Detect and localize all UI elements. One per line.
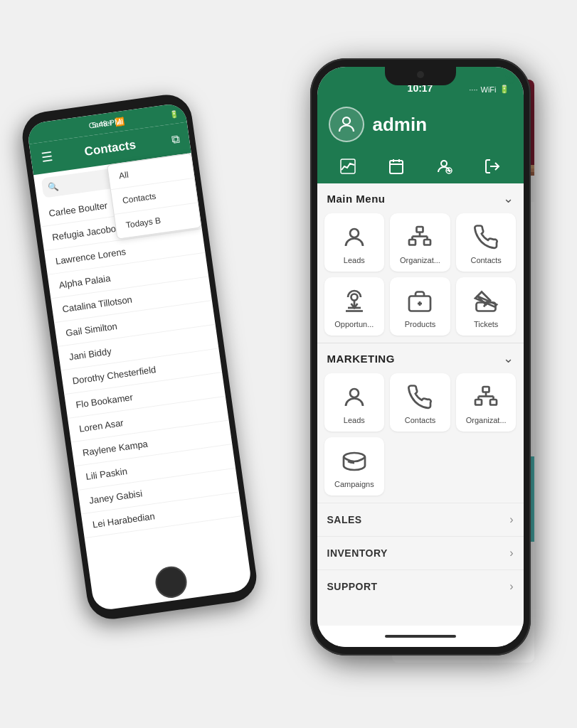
phone-notch: [385, 67, 456, 85]
products-label: Products: [405, 320, 435, 328]
marketing-leads-item[interactable]: Leads: [324, 373, 385, 432]
bottom-spacer: [317, 603, 524, 617]
main-menu-chevron[interactable]: ⌄: [503, 191, 514, 206]
hamburger-icon[interactable]: ☰: [40, 149, 53, 166]
power-button: [202, 190, 210, 225]
marketing-leads-label: Leads: [344, 416, 365, 424]
sales-chevron: ›: [509, 513, 513, 526]
contacts-title: Contacts: [83, 138, 137, 159]
marketing-title: MARKETING: [327, 353, 395, 365]
marketing-org-label: Organizat...: [466, 416, 507, 424]
org-icon: [406, 223, 434, 252]
marketing-org-icon: [472, 383, 500, 412]
back-phone: Carrier 📶 🔋 5:48 PM ☰ Contacts ⧉ 🔍 All C…: [19, 92, 260, 622]
menu-item-contacts[interactable]: Contacts: [456, 213, 517, 272]
support-nav-icon[interactable]: [435, 158, 452, 175]
menu-item-tickets[interactable]: Tickets: [456, 277, 517, 336]
main-menu-title: Main Menu: [327, 193, 386, 205]
marketing-header: MARKETING ⌄: [317, 343, 524, 370]
campaigns-label: Campaigns: [334, 480, 374, 488]
menu-item-products[interactable]: Products: [390, 277, 450, 336]
stack-icon[interactable]: ⧉: [170, 132, 179, 146]
svg-point-0: [343, 117, 350, 124]
support-section[interactable]: SUPPORT ›: [317, 569, 524, 603]
svg-rect-29: [475, 400, 482, 405]
inventory-section[interactable]: INVENTORY ›: [317, 536, 524, 569]
svg-rect-11: [417, 227, 423, 232]
front-phone: ↻ 10:17 ···· WiFi 🔋: [310, 58, 531, 655]
products-icon: [406, 287, 434, 316]
main-menu-header: Main Menu ⌄: [317, 183, 524, 210]
front-camera: [417, 71, 424, 78]
chart-nav-icon[interactable]: [339, 158, 356, 175]
svg-point-10: [350, 229, 359, 237]
inventory-title: INVENTORY: [327, 547, 388, 559]
contact-list: Carlee Boulter Refugia Jacobos Lawrence …: [37, 181, 253, 612]
tickets-label: Tickets: [474, 320, 498, 328]
svg-point-6: [441, 161, 447, 166]
marketing-campaigns-item[interactable]: Campaigns: [324, 437, 385, 496]
sales-section[interactable]: SALES ›: [317, 503, 524, 536]
home-indicator-bar: [317, 626, 524, 647]
leads-label: Leads: [344, 256, 365, 264]
campaigns-icon: [340, 447, 369, 476]
admin-header: admin: [317, 98, 524, 152]
support-title: SUPPORT: [327, 581, 378, 592]
opportunity-icon: [340, 287, 369, 316]
menu-item-organizations[interactable]: Organizat...: [390, 213, 450, 272]
support-chevron: ›: [509, 580, 513, 593]
volume-down-button: [32, 228, 38, 250]
inventory-chevron: ›: [509, 547, 513, 560]
menu-item-opportunities[interactable]: Opportun...: [324, 277, 385, 336]
marketing-contacts-label: Contacts: [405, 416, 435, 424]
contacts-menu-label: Contacts: [470, 256, 501, 264]
svg-rect-28: [483, 387, 489, 392]
admin-name-label: admin: [373, 114, 428, 136]
svg-rect-30: [490, 400, 497, 405]
logout-nav-icon[interactable]: [484, 158, 501, 175]
sales-title: SALES: [327, 514, 362, 525]
contacts-icon: [472, 223, 500, 252]
menu-item-leads[interactable]: Leads: [324, 213, 385, 272]
admin-avatar: [329, 107, 364, 142]
front-screen: 10:17 ···· WiFi 🔋 admin: [317, 67, 524, 647]
svg-rect-2: [390, 161, 403, 173]
avatar-icon: [336, 114, 357, 135]
calendar-nav-icon[interactable]: [388, 158, 405, 175]
scene: qualification Demo JoForce Carrier 📶 🔋 5…: [40, 44, 538, 684]
tickets-icon: [472, 287, 500, 316]
refresh-icon[interactable]: ↻: [504, 71, 517, 88]
svg-rect-12: [409, 240, 415, 245]
filter-dropdown: All Contacts Todays B: [106, 153, 201, 240]
svg-point-18: [351, 294, 357, 301]
main-content: Main Menu ⌄ Leads: [317, 183, 524, 626]
leads-icon: [340, 223, 369, 252]
org-label: Organizat...: [400, 256, 440, 264]
marketing-chevron[interactable]: ⌄: [503, 350, 514, 366]
wifi-icon: WiFi: [481, 85, 497, 94]
nav-icon-bar: [317, 152, 524, 183]
back-phone-screen: Carrier 📶 🔋 5:48 PM ☰ Contacts ⧉ 🔍 All C…: [26, 102, 252, 611]
signal-dots: ····: [469, 85, 477, 94]
back-battery: 🔋: [169, 109, 179, 119]
svg-point-27: [350, 389, 359, 397]
front-status-icons: ···· WiFi 🔋: [469, 85, 509, 94]
marketing-leads-icon: [340, 383, 369, 412]
marketing-grid: Leads Contacts: [317, 370, 524, 503]
volume-up-button: [28, 200, 33, 221]
marketing-contacts-item[interactable]: Contacts: [390, 373, 450, 432]
marketing-org-item[interactable]: Organizat...: [456, 373, 517, 432]
marketing-contacts-icon: [406, 383, 434, 412]
opportunity-label: Opportun...: [334, 320, 374, 328]
home-indicator: [385, 635, 456, 638]
svg-rect-13: [424, 240, 430, 245]
main-menu-grid: Leads: [317, 210, 524, 343]
search-icon: 🔍: [47, 181, 59, 193]
